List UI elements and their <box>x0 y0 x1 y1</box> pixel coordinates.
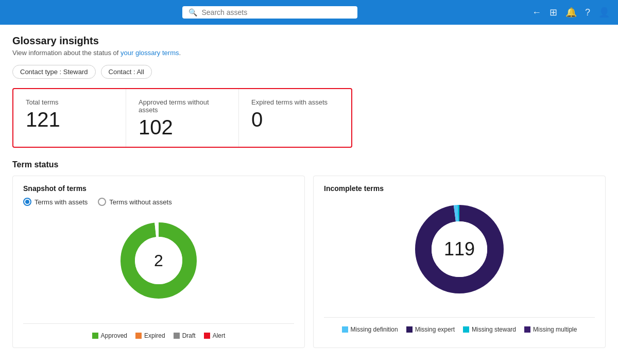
svg-rect-4 <box>135 333 142 339</box>
approved-terms-value: 102 <box>139 117 226 137</box>
legend-missing-multiple: Missing multiple <box>524 326 577 333</box>
main-content: Glossary insights View information about… <box>0 25 618 364</box>
incomplete-donut-container: 119 <box>324 198 595 309</box>
subtitle-link[interactable]: your glossary terms <box>121 49 179 57</box>
legend-draft: Draft <box>174 332 196 339</box>
snapshot-center-value: 2 <box>154 251 163 270</box>
topbar-icons: ← ⊞ 🔔 ? 👤 <box>532 7 610 18</box>
legend-expired-icon <box>135 333 142 339</box>
search-box[interactable]: 🔍 <box>182 6 357 19</box>
incomplete-center-value: 119 <box>444 238 475 260</box>
svg-rect-13 <box>463 326 469 333</box>
snapshot-donut-container: 2 <box>23 214 294 315</box>
radio-circle-unselected <box>98 198 106 206</box>
legend-expired: Expired <box>135 332 165 339</box>
approved-terms-card: Approved terms without assets 102 <box>126 89 239 147</box>
legend-approved: Approved <box>92 332 127 339</box>
grid-icon[interactable]: ⊞ <box>550 7 557 18</box>
contact-type-chip[interactable]: Contact type : Steward <box>12 65 96 79</box>
legend-approved-icon <box>92 333 98 339</box>
legend-missing-expert: Missing expert <box>406 326 455 333</box>
legend-missing-steward-icon <box>463 326 469 333</box>
radio-group: Terms with assets Terms without assets <box>23 198 294 206</box>
incomplete-donut-wrapper: 119 <box>413 203 506 296</box>
legend-missing-multiple-icon <box>524 326 530 333</box>
topbar-center: 🔍 <box>8 6 532 19</box>
legend-missing-def-icon <box>342 326 348 333</box>
contact-chip[interactable]: Contact : All <box>101 65 152 79</box>
incomplete-divider <box>324 317 595 318</box>
approved-terms-label: Approved terms without assets <box>139 98 226 114</box>
help-icon[interactable]: ? <box>585 7 590 18</box>
radio-circle-selected <box>23 198 31 206</box>
svg-rect-14 <box>524 326 530 333</box>
legend-alert: Alert <box>204 332 226 339</box>
radio-terms-with-assets[interactable]: Terms with assets <box>23 198 88 206</box>
incomplete-card: Incomplete terms 119 <box>313 176 606 348</box>
search-input[interactable] <box>201 8 351 16</box>
svg-rect-5 <box>174 333 180 339</box>
snapshot-card: Snapshot of terms Terms with assets Term… <box>12 176 305 348</box>
term-status-section: Term status Snapshot of terms Terms with… <box>12 160 606 348</box>
search-icon: 🔍 <box>188 8 197 16</box>
svg-rect-11 <box>342 326 348 333</box>
radio-terms-without-assets[interactable]: Terms without assets <box>98 198 171 206</box>
svg-rect-12 <box>406 326 413 333</box>
total-terms-card: Total terms 121 <box>13 89 126 147</box>
topbar: 🔍 ← ⊞ 🔔 ? 👤 <box>0 0 618 25</box>
bell-icon[interactable]: 🔔 <box>565 7 577 18</box>
page-subtitle: View information about the status of you… <box>12 49 606 57</box>
charts-row: Snapshot of terms Terms with assets Term… <box>12 176 606 348</box>
legend-missing-expert-icon <box>406 326 413 333</box>
incomplete-title: Incomplete terms <box>324 184 595 193</box>
total-terms-value: 121 <box>26 109 113 130</box>
term-status-title: Term status <box>12 160 606 169</box>
legend-missing-definition: Missing definition <box>342 326 398 333</box>
incomplete-legend: Missing definition Missing expert Missin… <box>324 326 595 333</box>
expired-terms-card: Expired terms with assets 0 <box>239 89 351 147</box>
user-icon[interactable]: 👤 <box>598 7 610 18</box>
svg-rect-6 <box>204 333 210 339</box>
legend-missing-steward: Missing steward <box>463 326 516 333</box>
stats-container: Total terms 121 Approved terms without a… <box>12 88 352 148</box>
legend-alert-icon <box>204 333 210 339</box>
snapshot-donut-wrapper: 2 <box>117 219 200 302</box>
snapshot-divider <box>23 323 294 324</box>
svg-rect-3 <box>92 333 98 339</box>
total-terms-label: Total terms <box>26 98 113 106</box>
page-header: Glossary insights View information about… <box>12 35 606 57</box>
expired-terms-label: Expired terms with assets <box>251 98 339 106</box>
page-title: Glossary insights <box>12 35 606 47</box>
filter-chips: Contact type : Steward Contact : All <box>12 65 606 79</box>
back-nav-icon[interactable]: ← <box>532 7 541 18</box>
legend-draft-icon <box>174 333 180 339</box>
snapshot-legend: Approved Expired Draft Alert <box>23 332 294 339</box>
snapshot-title: Snapshot of terms <box>23 184 294 193</box>
expired-terms-value: 0 <box>251 109 339 130</box>
